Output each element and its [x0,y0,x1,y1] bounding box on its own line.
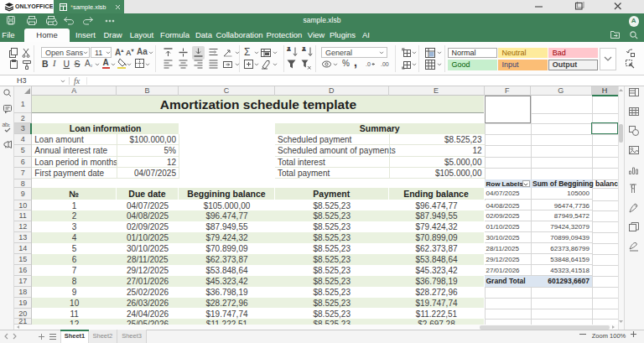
svg-text:.00: .00 [381,61,389,67]
svg-text:.0: .0 [366,61,371,67]
